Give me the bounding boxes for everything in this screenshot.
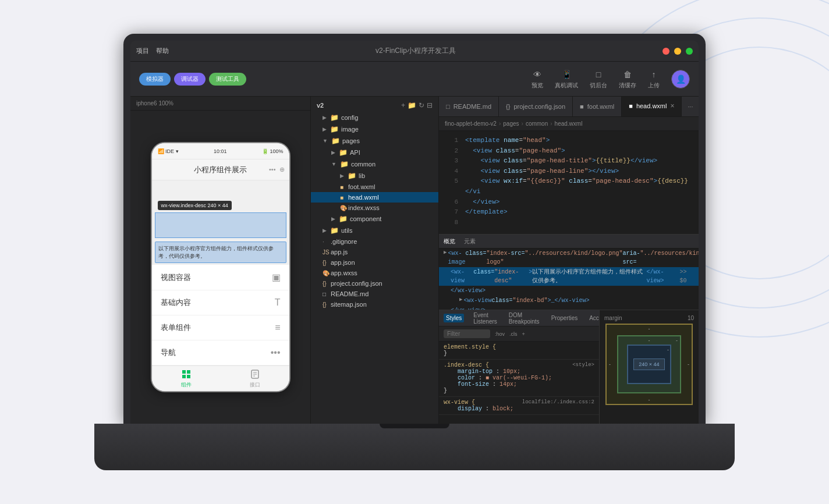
tree-item-label: .gitignore bbox=[331, 238, 357, 245]
new-file-icon[interactable]: + bbox=[401, 101, 405, 109]
tree-item-lib[interactable]: ▶ 📁 lib bbox=[311, 170, 438, 182]
action-realtest[interactable]: 📱 真机调试 bbox=[555, 69, 578, 90]
tree-item-component[interactable]: ▶ 📁 component bbox=[311, 213, 438, 225]
code-line-6: 6 </view> bbox=[439, 197, 699, 208]
tree-item-label: sitemap.json bbox=[331, 301, 367, 308]
styles-tab-access[interactable]: Accessibility bbox=[587, 314, 600, 322]
box-model-panel: margin 10 - - - - - bbox=[600, 310, 699, 424]
tree-item-label: API bbox=[350, 149, 360, 156]
tree-item-pages[interactable]: ▼ 📁 pages bbox=[311, 135, 438, 147]
tree-arrow: ▼ bbox=[323, 138, 328, 144]
sim-footer-label-0: 组件 bbox=[181, 381, 192, 389]
action-clearcache[interactable]: 🗑 清缓存 bbox=[619, 69, 636, 90]
action-cut[interactable]: □ 切后台 bbox=[590, 69, 607, 90]
styles-filter-input[interactable] bbox=[444, 329, 490, 338]
hover-badge[interactable]: :hov bbox=[495, 331, 505, 337]
tree-item-common[interactable]: ▼ 📁 common bbox=[311, 158, 438, 170]
menu-bar: 项目 帮助 bbox=[136, 47, 169, 55]
breadcrumb-item-0[interactable]: fino-applet-demo-v2 bbox=[445, 120, 497, 127]
breadcrumb-item-2[interactable]: common bbox=[526, 120, 548, 127]
tree-item-utils[interactable]: ▶ 📁 utils bbox=[311, 225, 438, 236]
tree-item-readme[interactable]: □ README.md bbox=[311, 289, 438, 299]
code-editor[interactable]: 1 <template name="head"> 2 <view class="… bbox=[439, 131, 699, 234]
styles-tab-event[interactable]: Event Listeners bbox=[471, 311, 499, 326]
tab-foot-wxml[interactable]: ■ foot.wxml bbox=[573, 97, 622, 116]
tree-item-label: foot.wxml bbox=[348, 183, 375, 190]
styles-tab-dom[interactable]: DOM Breakpoints bbox=[506, 311, 542, 326]
tree-item-config[interactable]: ▶ 📁 config bbox=[311, 112, 438, 123]
tree-item-head-wxml[interactable]: ■ head.wxml bbox=[311, 192, 438, 203]
sim-menu-label-2: 表单组件 bbox=[161, 322, 191, 333]
breadcrumb-item-1[interactable]: pages bbox=[503, 120, 519, 127]
prop-name: margin-top bbox=[451, 368, 493, 375]
more-tabs[interactable]: ··· bbox=[682, 97, 699, 116]
dom-tab-elements[interactable]: 元素 bbox=[464, 237, 476, 246]
styles-toolbar: Styles Event Listeners DOM Breakpoints P… bbox=[439, 310, 599, 326]
code-line-8: 8 bbox=[439, 218, 699, 228]
user-avatar[interactable]: 👤 bbox=[671, 70, 690, 88]
components-icon bbox=[180, 368, 192, 380]
tab-project-config[interactable]: {} project.config.json bbox=[499, 97, 573, 116]
sim-menu-item-1[interactable]: 基础内容 T bbox=[152, 290, 289, 315]
margin-top-val: - bbox=[649, 326, 650, 332]
cls-badge[interactable]: .cls bbox=[509, 331, 518, 337]
tree-item-image[interactable]: ▶ 📁 image bbox=[311, 123, 438, 135]
new-folder-icon[interactable]: 📁 bbox=[408, 101, 416, 109]
dom-arrow[interactable]: ▶ bbox=[444, 249, 447, 257]
prop-name: display bbox=[451, 406, 482, 412]
menu-item-help[interactable]: 帮助 bbox=[156, 47, 169, 55]
style-source[interactable]: <style> bbox=[572, 362, 594, 368]
tree-item-api[interactable]: ▶ 📁 API bbox=[311, 147, 438, 158]
sim-menu-item-3[interactable]: 导航 ••• bbox=[152, 340, 289, 365]
add-badge[interactable]: + bbox=[522, 331, 525, 337]
sim-status-left: 📶 IDE ▾ bbox=[158, 148, 179, 154]
close-tab-icon[interactable]: × bbox=[670, 102, 674, 109]
tab-readme[interactable]: □ README.md bbox=[439, 97, 499, 116]
folder-icon: 📁 bbox=[330, 125, 339, 133]
sim-footer-tab-0[interactable]: 组件 bbox=[152, 366, 221, 391]
sim-menu-item-2[interactable]: 表单组件 ≡ bbox=[152, 315, 289, 340]
prop-val: 10px; bbox=[503, 368, 520, 375]
tree-item-sitemap[interactable]: {} sitemap.json bbox=[311, 299, 438, 310]
prop-val: 14px; bbox=[499, 381, 517, 388]
json-icon: {} bbox=[323, 260, 328, 266]
action-upload[interactable]: ↑ 上传 bbox=[648, 69, 660, 90]
menu-item-project[interactable]: 项目 bbox=[136, 47, 149, 55]
tree-item-gitignore[interactable]: · .gitignore bbox=[311, 236, 438, 247]
filetree-panel: v2 + 📁 ↻ ⊟ ▶ 📁 bbox=[311, 97, 439, 424]
styles-tab-props[interactable]: Properties bbox=[549, 314, 580, 322]
code-content: <template name="head"> bbox=[465, 136, 694, 146]
tab-debugger[interactable]: 调试器 bbox=[174, 73, 206, 86]
refresh-icon[interactable]: ↻ bbox=[419, 101, 424, 109]
close-button[interactable] bbox=[663, 48, 669, 55]
tree-item-app-json[interactable]: {} app.json bbox=[311, 257, 438, 268]
tree-item-foot-wxml[interactable]: ■ foot.wxml bbox=[311, 182, 438, 192]
sim-menu-icon-3: ••• bbox=[271, 347, 281, 358]
simulator-panel: iphone6 100% 📶 IDE ▾ 10:01 🔋 100% bbox=[130, 97, 311, 424]
margin-label: margin bbox=[604, 315, 622, 321]
tab-head-wxml[interactable]: ■ head.wxml × bbox=[622, 97, 682, 116]
breadcrumb-item-3[interactable]: head.wxml bbox=[555, 120, 583, 127]
sim-footer-tab-1[interactable]: 接口 bbox=[221, 366, 289, 391]
dom-arrow[interactable]: ▶ bbox=[459, 296, 462, 304]
tree-item-app-js[interactable]: JS app.js bbox=[311, 247, 438, 257]
sim-menu-icon-1: T bbox=[275, 297, 281, 308]
dom-tab-overview[interactable]: 概览 bbox=[444, 237, 455, 246]
tab-test[interactable]: 测试工具 bbox=[209, 73, 246, 86]
tree-item-app-wxss[interactable]: 🎨 app.wxss bbox=[311, 268, 438, 278]
eye-icon: 👁 bbox=[532, 69, 543, 80]
action-preview[interactable]: 👁 预览 bbox=[532, 69, 543, 90]
minimize-button[interactable] bbox=[674, 48, 681, 55]
styles-left: Styles Event Listeners DOM Breakpoints P… bbox=[439, 310, 600, 424]
maximize-button[interactable] bbox=[686, 48, 693, 55]
tab-simulator[interactable]: 模拟器 bbox=[139, 73, 171, 86]
code-line-2: 2 <view class="page-head"> bbox=[439, 146, 699, 157]
wxml-icon: ■ bbox=[340, 184, 346, 190]
tree-item-label: project.config.json bbox=[331, 280, 382, 287]
sim-menu-item-0[interactable]: 视图容器 ▣ bbox=[152, 265, 289, 290]
collapse-icon[interactable]: ⊟ bbox=[427, 101, 433, 109]
tree-item-project-config[interactable]: {} project.config.json bbox=[311, 278, 438, 289]
tree-item-index-wxss[interactable]: 🎨 index.wxss bbox=[311, 203, 438, 213]
style-source[interactable]: localfile:/.index.css:2 bbox=[522, 399, 594, 405]
styles-tab-styles[interactable]: Styles bbox=[444, 314, 464, 322]
